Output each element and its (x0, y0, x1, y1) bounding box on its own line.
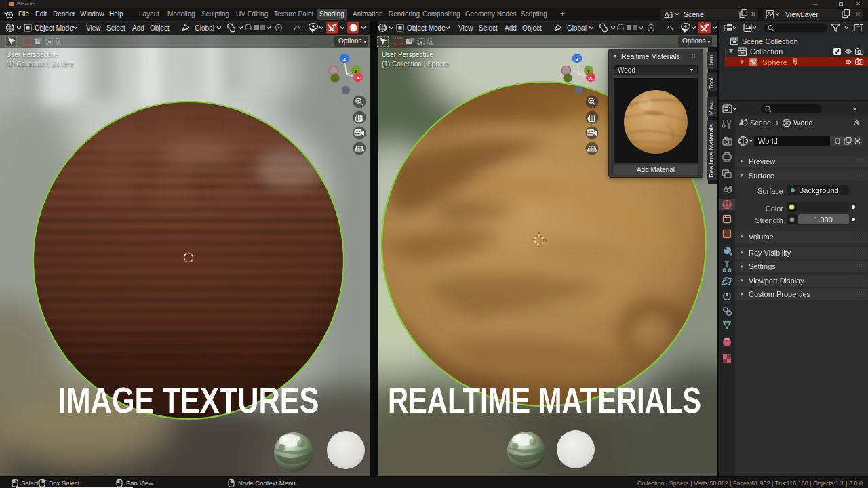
svg-text:X: X (589, 75, 593, 81)
svg-text:World: World (758, 137, 778, 145)
svg-text:Z: Z (343, 56, 347, 62)
svg-text:Z: Z (576, 56, 579, 62)
svg-text:Collection: Collection (750, 47, 783, 56)
svg-text:World: World (793, 119, 813, 127)
svg-text:X: X (356, 75, 360, 81)
svg-text:Scene Collection: Scene Collection (742, 37, 798, 45)
svg-text:Scene: Scene (750, 119, 771, 127)
svg-text:Sphere: Sphere (762, 58, 787, 66)
